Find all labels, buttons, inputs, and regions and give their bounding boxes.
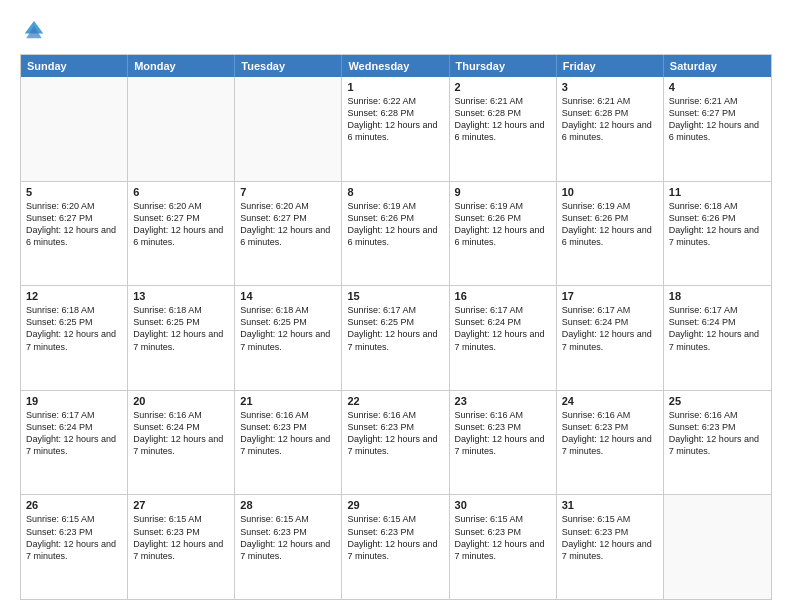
calendar-cell: 23Sunrise: 6:16 AM Sunset: 6:23 PM Dayli… [450, 391, 557, 495]
day-number: 26 [26, 499, 122, 511]
day-info: Sunrise: 6:16 AM Sunset: 6:23 PM Dayligh… [347, 409, 443, 458]
calendar-cell [128, 77, 235, 181]
calendar-cell: 20Sunrise: 6:16 AM Sunset: 6:24 PM Dayli… [128, 391, 235, 495]
day-number: 12 [26, 290, 122, 302]
day-info: Sunrise: 6:20 AM Sunset: 6:27 PM Dayligh… [133, 200, 229, 249]
calendar-cell: 18Sunrise: 6:17 AM Sunset: 6:24 PM Dayli… [664, 286, 771, 390]
day-number: 27 [133, 499, 229, 511]
day-info: Sunrise: 6:15 AM Sunset: 6:23 PM Dayligh… [26, 513, 122, 562]
day-number: 19 [26, 395, 122, 407]
day-number: 9 [455, 186, 551, 198]
day-number: 22 [347, 395, 443, 407]
calendar-cell: 31Sunrise: 6:15 AM Sunset: 6:23 PM Dayli… [557, 495, 664, 599]
day-number: 10 [562, 186, 658, 198]
day-info: Sunrise: 6:15 AM Sunset: 6:23 PM Dayligh… [562, 513, 658, 562]
day-info: Sunrise: 6:20 AM Sunset: 6:27 PM Dayligh… [26, 200, 122, 249]
day-number: 1 [347, 81, 443, 93]
day-number: 4 [669, 81, 766, 93]
calendar-cell [21, 77, 128, 181]
page: SundayMondayTuesdayWednesdayThursdayFrid… [0, 0, 792, 612]
calendar-cell: 19Sunrise: 6:17 AM Sunset: 6:24 PM Dayli… [21, 391, 128, 495]
calendar-cell: 17Sunrise: 6:17 AM Sunset: 6:24 PM Dayli… [557, 286, 664, 390]
day-number: 28 [240, 499, 336, 511]
calendar-cell: 12Sunrise: 6:18 AM Sunset: 6:25 PM Dayli… [21, 286, 128, 390]
day-info: Sunrise: 6:15 AM Sunset: 6:23 PM Dayligh… [455, 513, 551, 562]
header-day-monday: Monday [128, 55, 235, 77]
day-number: 31 [562, 499, 658, 511]
day-number: 5 [26, 186, 122, 198]
header-day-wednesday: Wednesday [342, 55, 449, 77]
day-number: 21 [240, 395, 336, 407]
calendar-cell: 13Sunrise: 6:18 AM Sunset: 6:25 PM Dayli… [128, 286, 235, 390]
calendar-cell: 15Sunrise: 6:17 AM Sunset: 6:25 PM Dayli… [342, 286, 449, 390]
day-info: Sunrise: 6:17 AM Sunset: 6:24 PM Dayligh… [669, 304, 766, 353]
day-info: Sunrise: 6:19 AM Sunset: 6:26 PM Dayligh… [455, 200, 551, 249]
day-number: 16 [455, 290, 551, 302]
calendar-cell: 5Sunrise: 6:20 AM Sunset: 6:27 PM Daylig… [21, 182, 128, 286]
day-info: Sunrise: 6:15 AM Sunset: 6:23 PM Dayligh… [133, 513, 229, 562]
header-day-thursday: Thursday [450, 55, 557, 77]
calendar-cell: 21Sunrise: 6:16 AM Sunset: 6:23 PM Dayli… [235, 391, 342, 495]
calendar-row-5: 26Sunrise: 6:15 AM Sunset: 6:23 PM Dayli… [21, 494, 771, 599]
day-info: Sunrise: 6:16 AM Sunset: 6:24 PM Dayligh… [133, 409, 229, 458]
calendar-cell: 7Sunrise: 6:20 AM Sunset: 6:27 PM Daylig… [235, 182, 342, 286]
day-number: 3 [562, 81, 658, 93]
day-info: Sunrise: 6:19 AM Sunset: 6:26 PM Dayligh… [347, 200, 443, 249]
calendar-cell [664, 495, 771, 599]
header-day-friday: Friday [557, 55, 664, 77]
day-info: Sunrise: 6:18 AM Sunset: 6:25 PM Dayligh… [133, 304, 229, 353]
calendar-row-2: 5Sunrise: 6:20 AM Sunset: 6:27 PM Daylig… [21, 181, 771, 286]
day-info: Sunrise: 6:17 AM Sunset: 6:24 PM Dayligh… [562, 304, 658, 353]
calendar-cell: 10Sunrise: 6:19 AM Sunset: 6:26 PM Dayli… [557, 182, 664, 286]
calendar-cell: 26Sunrise: 6:15 AM Sunset: 6:23 PM Dayli… [21, 495, 128, 599]
header-day-tuesday: Tuesday [235, 55, 342, 77]
calendar-cell: 1Sunrise: 6:22 AM Sunset: 6:28 PM Daylig… [342, 77, 449, 181]
calendar-cell: 28Sunrise: 6:15 AM Sunset: 6:23 PM Dayli… [235, 495, 342, 599]
header [20, 18, 772, 46]
calendar-cell: 2Sunrise: 6:21 AM Sunset: 6:28 PM Daylig… [450, 77, 557, 181]
day-info: Sunrise: 6:16 AM Sunset: 6:23 PM Dayligh… [455, 409, 551, 458]
day-number: 8 [347, 186, 443, 198]
day-info: Sunrise: 6:21 AM Sunset: 6:28 PM Dayligh… [455, 95, 551, 144]
calendar-cell: 24Sunrise: 6:16 AM Sunset: 6:23 PM Dayli… [557, 391, 664, 495]
calendar-cell: 3Sunrise: 6:21 AM Sunset: 6:28 PM Daylig… [557, 77, 664, 181]
calendar-row-1: 1Sunrise: 6:22 AM Sunset: 6:28 PM Daylig… [21, 77, 771, 181]
day-info: Sunrise: 6:15 AM Sunset: 6:23 PM Dayligh… [347, 513, 443, 562]
day-number: 7 [240, 186, 336, 198]
calendar-header: SundayMondayTuesdayWednesdayThursdayFrid… [21, 55, 771, 77]
calendar-cell: 25Sunrise: 6:16 AM Sunset: 6:23 PM Dayli… [664, 391, 771, 495]
header-day-saturday: Saturday [664, 55, 771, 77]
day-number: 30 [455, 499, 551, 511]
calendar-row-4: 19Sunrise: 6:17 AM Sunset: 6:24 PM Dayli… [21, 390, 771, 495]
calendar-cell: 16Sunrise: 6:17 AM Sunset: 6:24 PM Dayli… [450, 286, 557, 390]
calendar-cell: 29Sunrise: 6:15 AM Sunset: 6:23 PM Dayli… [342, 495, 449, 599]
calendar: SundayMondayTuesdayWednesdayThursdayFrid… [20, 54, 772, 600]
day-info: Sunrise: 6:18 AM Sunset: 6:26 PM Dayligh… [669, 200, 766, 249]
day-number: 29 [347, 499, 443, 511]
day-number: 24 [562, 395, 658, 407]
day-info: Sunrise: 6:20 AM Sunset: 6:27 PM Dayligh… [240, 200, 336, 249]
day-info: Sunrise: 6:17 AM Sunset: 6:25 PM Dayligh… [347, 304, 443, 353]
day-info: Sunrise: 6:21 AM Sunset: 6:27 PM Dayligh… [669, 95, 766, 144]
calendar-cell: 6Sunrise: 6:20 AM Sunset: 6:27 PM Daylig… [128, 182, 235, 286]
calendar-cell: 27Sunrise: 6:15 AM Sunset: 6:23 PM Dayli… [128, 495, 235, 599]
calendar-cell [235, 77, 342, 181]
day-number: 18 [669, 290, 766, 302]
calendar-cell: 11Sunrise: 6:18 AM Sunset: 6:26 PM Dayli… [664, 182, 771, 286]
day-number: 15 [347, 290, 443, 302]
day-number: 20 [133, 395, 229, 407]
day-info: Sunrise: 6:21 AM Sunset: 6:28 PM Dayligh… [562, 95, 658, 144]
day-number: 14 [240, 290, 336, 302]
day-info: Sunrise: 6:16 AM Sunset: 6:23 PM Dayligh… [562, 409, 658, 458]
day-number: 11 [669, 186, 766, 198]
calendar-cell: 8Sunrise: 6:19 AM Sunset: 6:26 PM Daylig… [342, 182, 449, 286]
day-info: Sunrise: 6:15 AM Sunset: 6:23 PM Dayligh… [240, 513, 336, 562]
calendar-body: 1Sunrise: 6:22 AM Sunset: 6:28 PM Daylig… [21, 77, 771, 599]
calendar-cell: 30Sunrise: 6:15 AM Sunset: 6:23 PM Dayli… [450, 495, 557, 599]
calendar-cell: 4Sunrise: 6:21 AM Sunset: 6:27 PM Daylig… [664, 77, 771, 181]
day-info: Sunrise: 6:16 AM Sunset: 6:23 PM Dayligh… [669, 409, 766, 458]
day-number: 25 [669, 395, 766, 407]
day-number: 23 [455, 395, 551, 407]
day-number: 6 [133, 186, 229, 198]
day-info: Sunrise: 6:18 AM Sunset: 6:25 PM Dayligh… [240, 304, 336, 353]
